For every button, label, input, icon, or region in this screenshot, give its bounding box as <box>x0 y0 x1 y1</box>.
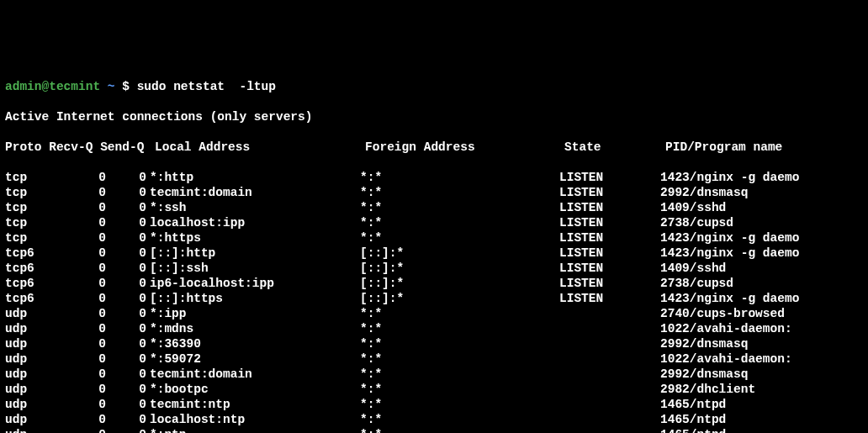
cell-local: *:ipp <box>146 306 360 321</box>
table-row: udp00*:ipp*:*2740/cups-browsed <box>5 306 863 321</box>
cell-pid: 1022/avahi-daemon: <box>660 351 792 367</box>
cell-foreign: *:* <box>360 170 559 185</box>
cell-local: *:ntp <box>146 427 360 433</box>
prompt-tilde: ~ <box>108 80 115 93</box>
table-row: udp00*:59072*:*1022/avahi-daemon: <box>5 351 863 367</box>
cell-local: *:https <box>146 230 360 246</box>
cell-pid: 2738/cupsd <box>660 276 733 291</box>
table-row: udp00*:36390*:*2992/dnsmasq <box>5 336 863 351</box>
table-row: tcp00*:https*:*LISTEN1423/nginx -g daemo <box>5 230 863 246</box>
command-text: sudo netstat -ltup <box>137 80 276 93</box>
cell-local: [::]:ssh <box>146 261 360 276</box>
cell-pid: 1423/nginx -g daemo <box>660 230 799 246</box>
cell-local: tecmint:domain <box>146 185 360 200</box>
table-row: tcp600ip6-localhost:ipp[::]:*LISTEN2738/… <box>5 276 863 291</box>
cell-proto: udp <box>5 336 54 351</box>
cell-foreign: *:* <box>360 230 559 246</box>
cell-state: LISTEN <box>559 261 660 276</box>
prompt-sep1 <box>100 80 108 93</box>
cell-proto: udp <box>5 306 54 321</box>
cell-proto: udp <box>5 412 54 427</box>
cell-pid: 1409/sshd <box>660 200 726 215</box>
cell-proto: tcp6 <box>5 291 54 306</box>
cell-local: *:http <box>146 170 360 185</box>
cell-pid: 2740/cups-browsed <box>660 306 785 321</box>
cell-foreign: *:* <box>360 382 559 397</box>
cell-recvq: 0 <box>54 170 106 185</box>
table-row: tcp600[::]:https[::]:*LISTEN1423/nginx -… <box>5 291 863 306</box>
cell-proto: tcp6 <box>5 276 54 291</box>
cell-local: ip6-localhost:ipp <box>146 276 360 291</box>
cell-recvq: 0 <box>54 230 106 246</box>
cell-sendq: 0 <box>106 291 146 306</box>
table-row: udp00tecmint:ntp*:*1465/ntpd <box>5 397 863 412</box>
cell-sendq: 0 <box>106 336 146 351</box>
cell-local: localhost:ntp <box>146 412 360 427</box>
cell-sendq: 0 <box>106 230 146 246</box>
cell-recvq: 0 <box>54 185 106 200</box>
table-row: tcp00*:http*:*LISTEN1423/nginx -g daemo <box>5 170 863 185</box>
cell-proto: udp <box>5 351 54 367</box>
cell-state: LISTEN <box>559 230 660 246</box>
cell-proto: tcp6 <box>5 246 54 261</box>
prompt-line-1: admin@tecmint ~ $ sudo netstat -ltup <box>5 79 863 94</box>
cell-state: LISTEN <box>559 276 660 291</box>
table-row: tcp00*:ssh*:*LISTEN1409/sshd <box>5 200 863 215</box>
hdr-pid: PID/Program name <box>665 140 782 155</box>
cell-pid: 2992/dnsmasq <box>660 367 748 382</box>
cell-foreign: *:* <box>360 351 559 367</box>
cell-recvq: 0 <box>54 397 106 412</box>
cell-proto: tcp <box>5 230 54 246</box>
cell-recvq: 0 <box>54 306 106 321</box>
cell-recvq: 0 <box>54 276 106 291</box>
cell-pid: 2992/dnsmasq <box>660 185 748 200</box>
cell-sendq: 0 <box>106 382 146 397</box>
cell-local: *:mdns <box>146 321 360 336</box>
cell-sendq: 0 <box>106 200 146 215</box>
cell-pid: 1423/nginx -g daemo <box>660 170 799 185</box>
cell-recvq: 0 <box>54 246 106 261</box>
table-row: tcp00localhost:ipp*:*LISTEN2738/cupsd <box>5 215 863 230</box>
cell-sendq: 0 <box>106 397 146 412</box>
cell-local: *:ssh <box>146 200 360 215</box>
cell-foreign: *:* <box>360 321 559 336</box>
cell-proto: tcp <box>5 215 54 230</box>
hdr-foreign: Foreign Address <box>365 140 564 155</box>
cell-pid: 1465/ntpd <box>660 427 726 433</box>
hdr-sendq: Send-Q <box>100 140 144 154</box>
hdr-recvq: Recv-Q <box>49 140 93 154</box>
cell-recvq: 0 <box>54 321 106 336</box>
cell-sendq: 0 <box>106 170 146 185</box>
hdr-proto: Proto <box>5 140 42 154</box>
cell-foreign: *:* <box>360 397 559 412</box>
table-row: udp00*:mdns*:*1022/avahi-daemon: <box>5 321 863 336</box>
cell-proto: udp <box>5 321 54 336</box>
cell-proto: udp <box>5 397 54 412</box>
cell-foreign: [::]:* <box>360 291 559 306</box>
cell-pid: 2982/dhclient <box>660 382 755 397</box>
cell-sendq: 0 <box>106 412 146 427</box>
cell-state: LISTEN <box>559 170 660 185</box>
cell-foreign: *:* <box>360 367 559 382</box>
cell-state: LISTEN <box>559 291 660 306</box>
table-row: udp00tecmint:domain*:*2992/dnsmasq <box>5 367 863 382</box>
cell-foreign: *:* <box>360 336 559 351</box>
cell-local: *:bootpc <box>146 382 360 397</box>
cell-proto: udp <box>5 427 54 433</box>
cell-recvq: 0 <box>54 382 106 397</box>
cell-pid: 1465/ntpd <box>660 412 726 427</box>
table-row: udp00localhost:ntp*:*1465/ntpd <box>5 412 863 427</box>
cell-local: tecmint:domain <box>146 367 360 382</box>
header-line: Active Internet connections (only server… <box>5 109 863 124</box>
cell-foreign: *:* <box>360 215 559 230</box>
hdr-state: State <box>564 140 665 155</box>
cell-proto: udp <box>5 382 54 397</box>
cell-recvq: 0 <box>54 412 106 427</box>
cell-sendq: 0 <box>106 185 146 200</box>
cell-foreign: *:* <box>360 185 559 200</box>
cell-pid: 1465/ntpd <box>660 397 726 412</box>
prompt-sep2: $ <box>115 80 137 93</box>
table-row: tcp00tecmint:domain*:*LISTEN2992/dnsmasq <box>5 185 863 200</box>
cell-foreign: *:* <box>360 427 559 433</box>
cell-foreign: *:* <box>360 412 559 427</box>
